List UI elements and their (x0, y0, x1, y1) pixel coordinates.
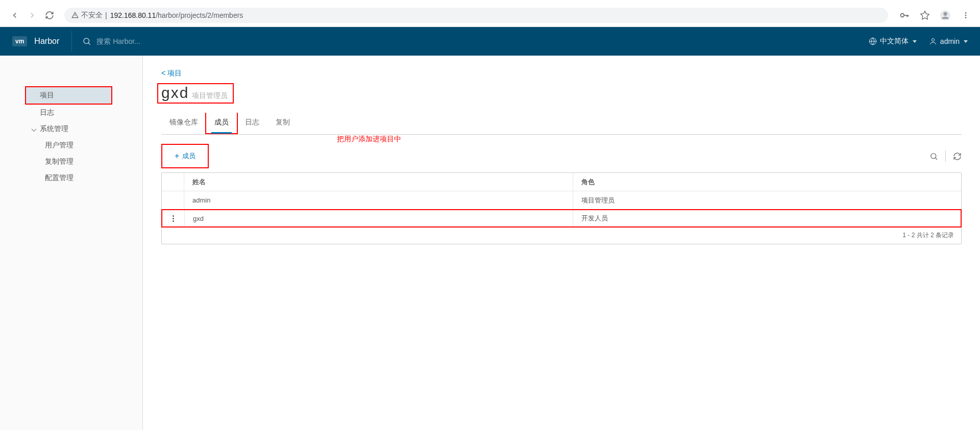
add-member-label: 成员 (182, 151, 195, 161)
svg-point-9 (931, 153, 936, 158)
tabs: 镜像仓库 成员 日志 复制 (161, 113, 962, 135)
back-button[interactable] (6, 7, 23, 24)
sidebar: 项目 日志 系统管理 用户管理 复制管理 配置管理 (0, 56, 143, 430)
sidebar-item-logs[interactable]: 日志 (0, 105, 142, 121)
sidebar-item-user-mgmt[interactable]: 用户管理 (0, 137, 142, 154)
browser-toolbar: 不安全 | 192.168.80.11/harbor/projects/2/me… (0, 4, 980, 27)
url-bar[interactable]: 不安全 | 192.168.80.11/harbor/projects/2/me… (64, 8, 888, 23)
col-role-header: 角色 (573, 173, 962, 191)
annotation-text: 把用户添加进项目中 (337, 135, 401, 144)
row-action-menu[interactable] (162, 210, 185, 226)
sidebar-item-config-mgmt[interactable]: 配置管理 (0, 170, 142, 186)
search-input[interactable] (96, 37, 250, 45)
svg-point-0 (901, 14, 904, 17)
sidebar-item-replication-mgmt[interactable]: 复制管理 (0, 154, 142, 170)
row-name-cell: admin (184, 191, 573, 209)
chevron-down-icon (964, 40, 968, 43)
security-warning: 不安全 | (71, 11, 107, 20)
plus-icon: + (175, 151, 179, 161)
table-header: 姓名 角色 (162, 173, 961, 191)
project-title-box: gxd 项目管理员 (157, 83, 234, 104)
language-selector[interactable]: 中文简体 (869, 37, 917, 46)
vm-badge: vm (12, 36, 27, 46)
app-title: Harbor (34, 37, 59, 46)
table-footer: 1 - 2 共计 2 条记录 (162, 227, 961, 244)
globe-icon (869, 37, 877, 45)
security-label: 不安全 (81, 11, 103, 20)
key-icon[interactable] (896, 7, 913, 23)
refresh-icon[interactable] (953, 152, 962, 161)
profile-avatar-icon[interactable] (937, 7, 953, 23)
highlight-box: 项目 (25, 86, 112, 105)
table-row[interactable]: admin 项目管理员 (162, 191, 961, 210)
row-action-cell (162, 191, 184, 209)
sidebar-item-system-admin[interactable]: 系统管理 (0, 121, 142, 137)
tab-members[interactable]: 成员 (206, 113, 237, 133)
kebab-icon (173, 215, 174, 222)
tab-images[interactable]: 镜像仓库 (161, 113, 206, 134)
svg-point-2 (943, 12, 947, 16)
bookmark-star-icon[interactable] (917, 7, 933, 23)
project-name: gxd (161, 84, 189, 102)
sidebar-item-projects[interactable]: 项目 (26, 87, 111, 104)
action-bar: + 成员 (161, 144, 962, 168)
col-name-header: 姓名 (184, 173, 573, 191)
row-role-cell: 项目管理员 (573, 191, 962, 209)
svg-point-6 (84, 38, 89, 44)
table-row[interactable]: gxd 开发人员 (161, 209, 962, 227)
url-host: 192.168.80.11 (110, 11, 156, 19)
browser-tab-bar (0, 0, 980, 4)
browser-menu-icon[interactable] (958, 7, 974, 23)
user-label: admin (940, 37, 960, 45)
svg-point-3 (965, 12, 967, 14)
svg-point-4 (965, 15, 967, 16)
members-table: 姓名 角色 admin 项目管理员 gxd 开发人员 1 - 2 共计 2 条记… (161, 172, 962, 244)
separator (945, 150, 946, 162)
search-icon (82, 37, 91, 46)
user-menu[interactable]: admin (929, 37, 968, 45)
forward-button[interactable] (23, 7, 41, 24)
chevron-down-icon (913, 40, 917, 43)
main-content: < 项目 gxd 项目管理员 镜像仓库 成员 日志 复制 把用户添加进项目中 +… (143, 56, 980, 430)
add-member-button[interactable]: + 成员 (161, 144, 209, 168)
app-header: vm Harbor 中文简体 admin (0, 27, 980, 56)
reload-button[interactable] (41, 7, 58, 24)
user-icon (929, 37, 937, 45)
url-path: /harbor/projects/2/members (156, 11, 243, 19)
row-role-cell: 开发人员 (573, 210, 961, 226)
app-logo[interactable]: vm Harbor (0, 27, 71, 56)
highlight-box: 成员 (205, 113, 238, 134)
row-name-cell: gxd (185, 210, 573, 226)
project-role-label: 项目管理员 (192, 91, 228, 100)
filter-search-icon[interactable] (929, 152, 938, 161)
language-label: 中文简体 (880, 37, 909, 46)
col-actions-header (162, 173, 184, 191)
search-box[interactable] (72, 37, 869, 46)
svg-point-5 (965, 17, 967, 18)
svg-point-8 (932, 39, 934, 41)
tab-logs[interactable]: 日志 (237, 113, 267, 134)
tab-replication[interactable]: 复制 (267, 113, 298, 134)
breadcrumb-back[interactable]: < 项目 (161, 69, 962, 78)
